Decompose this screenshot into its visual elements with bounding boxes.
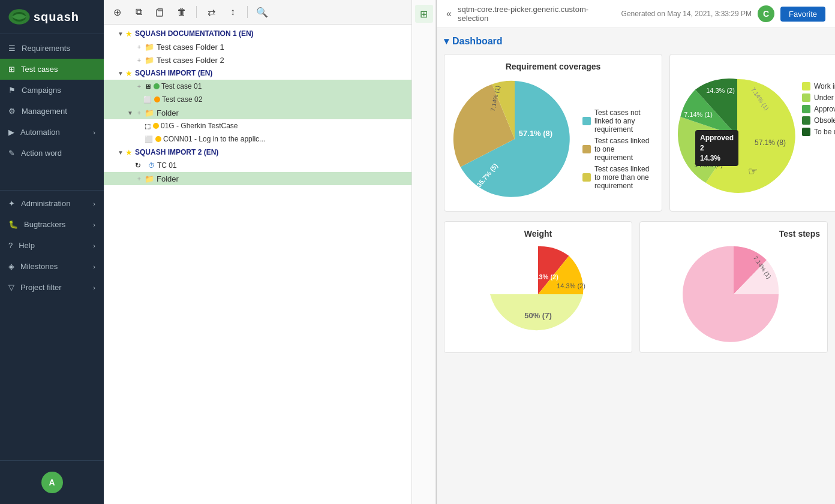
paste-button[interactable] xyxy=(152,4,169,20)
move-button[interactable]: ⇄ xyxy=(203,4,220,20)
chevron-right-icon: › xyxy=(93,221,95,228)
user-avatar[interactable]: A xyxy=(41,472,63,493)
grid-view-button[interactable]: ⊞ xyxy=(415,5,433,23)
add-child-icon[interactable]: + xyxy=(135,82,143,90)
sidebar-item-label: Requirements xyxy=(22,44,70,53)
legend-label: Approved xyxy=(814,105,835,113)
test-steps-chart: Test steps 7.14% (1) xyxy=(639,221,828,353)
dashboard-title: ▾ Dashboard xyxy=(444,35,828,47)
list-icon: ☰ xyxy=(8,44,16,53)
legend-item-to-be-updated: To be updated xyxy=(802,128,835,136)
tree-testcase-02[interactable]: ⬜ Test case 02 xyxy=(104,93,412,106)
tree-testcase-tc01[interactable]: ↻ ⏱ TC 01 xyxy=(104,159,412,172)
gherkin-icon: ⬚ xyxy=(145,122,151,130)
copy-button[interactable]: ⧉ xyxy=(130,4,147,20)
tree-folder-2[interactable]: + 📁 Test cases Folder 2 xyxy=(104,53,412,67)
favorite-button[interactable]: Favorite xyxy=(780,7,825,22)
screen-icon: 🖥 xyxy=(145,83,151,90)
add-child-icon[interactable]: + xyxy=(135,43,143,51)
sidebar-item-action-word[interactable]: ✎ Action word xyxy=(0,143,104,164)
sort-button[interactable]: ↕ xyxy=(224,4,241,20)
star-icon: ★ xyxy=(125,148,133,157)
script-icon: ⬜ xyxy=(145,135,153,143)
sidebar-item-label: Administration xyxy=(21,199,70,208)
star-icon: ★ xyxy=(125,29,133,38)
sidebar-item-label: Automation xyxy=(20,128,60,137)
charts-row-2: Weight 14.3% (2) 14.3% (2) 50% (7) xyxy=(444,221,828,353)
gear-icon: ✦ xyxy=(8,199,15,208)
settings-icon: ⚙ xyxy=(8,107,16,116)
expand-icon[interactable] xyxy=(125,55,135,65)
sidebar-item-project-filter[interactable]: ▽ Project filter › xyxy=(0,277,104,298)
toolbar-separator-2 xyxy=(247,6,248,18)
sidebar-item-milestones[interactable]: ◈ Milestones › xyxy=(0,256,104,277)
tree-folder-4[interactable]: + 📁 Folder xyxy=(104,172,412,185)
tree-testcase-gherkin[interactable]: ⬚ 01G - Gherkin TestCase xyxy=(104,119,412,132)
legend-item-one-req: Test cases linked to one requirement xyxy=(582,137,654,162)
chevron-right-icon: › xyxy=(93,242,95,249)
bug-icon: 🐛 xyxy=(8,220,18,229)
add-child-icon[interactable]: + xyxy=(135,56,143,64)
svg-text:14.3% (2): 14.3% (2) xyxy=(557,282,585,289)
sidebar-item-administration[interactable]: ✦ Administration › xyxy=(0,193,104,214)
svg-text:7.14% (1): 7.14% (1) xyxy=(684,111,713,118)
refresh-button[interactable]: C xyxy=(758,5,774,22)
folder-label: Test cases Folder 1 xyxy=(157,43,224,52)
sidebar-item-automation[interactable]: ▶ Automation › xyxy=(0,122,104,143)
svg-text:57.1% (8): 57.1% (8) xyxy=(519,129,552,138)
app-name: squash xyxy=(34,10,79,24)
tree-testcase-01[interactable]: + 🖥 Test case 01 xyxy=(104,80,412,93)
collapse-icon[interactable]: ▼ xyxy=(116,29,125,38)
tree-folder-3[interactable]: ▼ + 📁 Folder xyxy=(104,106,412,119)
collapse-icon[interactable]: ▼ xyxy=(116,68,125,78)
collapse-panel-button[interactable]: « xyxy=(446,8,452,19)
status-title: Status xyxy=(677,62,835,71)
sidebar-item-label: Management xyxy=(22,107,67,116)
expand-icon xyxy=(135,121,145,131)
sidebar-item-management[interactable]: ⚙ Management xyxy=(0,101,104,122)
chevron-right-icon: › xyxy=(93,263,95,270)
svg-text:57.1% (8): 57.1% (8) xyxy=(755,138,786,147)
status-indicator xyxy=(155,136,161,142)
sidebar-item-test-cases[interactable]: ⊞ Test cases xyxy=(0,59,104,80)
sidebar-item-label: Campaigns xyxy=(22,86,61,95)
delete-button[interactable]: 🗑 xyxy=(173,4,190,20)
tree-project-squash-import-2[interactable]: ▼ ★ SQUASH IMPORT 2 (EN) xyxy=(104,146,412,159)
tree-folder-1[interactable]: + 📁 Test cases Folder 1 xyxy=(104,40,412,53)
legend-label: Test cases linked to more than one requi… xyxy=(594,165,654,190)
sidebar-item-requirements[interactable]: ☰ Requirements xyxy=(0,38,104,59)
req-coverage-chart: Requirement coverages xyxy=(444,54,662,212)
tree-testcase-conn01[interactable]: ⬜ CONN01 - Log in to the applic... xyxy=(104,132,412,146)
nav-items: ☰ Requirements ⊞ Test cases ⚑ Campaigns … xyxy=(0,34,104,460)
add-button[interactable]: ⊕ xyxy=(109,4,125,20)
legend-color xyxy=(582,145,591,153)
tooltip-label: Approved xyxy=(700,133,734,143)
testcase-label: Test case 01 xyxy=(161,82,202,90)
nav-separator xyxy=(0,190,104,191)
expand-icon[interactable] xyxy=(125,42,135,52)
svg-text:14.3% (2): 14.3% (2) xyxy=(530,273,558,280)
chevron-right-icon: › xyxy=(93,129,95,136)
sidebar-item-label: Action word xyxy=(21,149,62,158)
charts-row-1: Requirement coverages xyxy=(444,54,828,212)
sidebar-item-help[interactable]: ? Help › xyxy=(0,235,104,256)
search-button[interactable]: 🔍 xyxy=(254,4,271,20)
chevron-right-icon: › xyxy=(93,284,95,291)
collapse-icon[interactable]: ▼ xyxy=(125,108,135,117)
expand-icon xyxy=(125,82,135,91)
folder-icon: 📁 xyxy=(145,108,154,117)
sidebar-item-bugtrackers[interactable]: 🐛 Bugtrackers › xyxy=(0,214,104,235)
weight-svg: 14.3% (2) 14.3% (2) 50% (7) xyxy=(478,243,598,345)
collapse-icon[interactable]: ▼ xyxy=(116,147,125,157)
tree-project-squash-import[interactable]: ▼ ★ SQUASH IMPORT (EN) xyxy=(104,67,412,80)
expand-icon[interactable] xyxy=(125,174,135,183)
status-indicator xyxy=(154,96,160,102)
add-child-icon[interactable]: + xyxy=(135,108,143,117)
legend-label: Under review xyxy=(814,93,835,102)
tree-project-squash-doc-1[interactable]: ▼ ★ SQUASH DOCUMENTATION 1 (EN) xyxy=(104,27,412,40)
milestone-icon: ◈ xyxy=(8,262,14,271)
sidebar-item-campaigns[interactable]: ⚑ Campaigns xyxy=(0,80,104,101)
add-child-icon[interactable]: + xyxy=(135,174,143,183)
weight-title: Weight xyxy=(452,229,624,239)
legend-label: Obsolete xyxy=(814,116,835,125)
